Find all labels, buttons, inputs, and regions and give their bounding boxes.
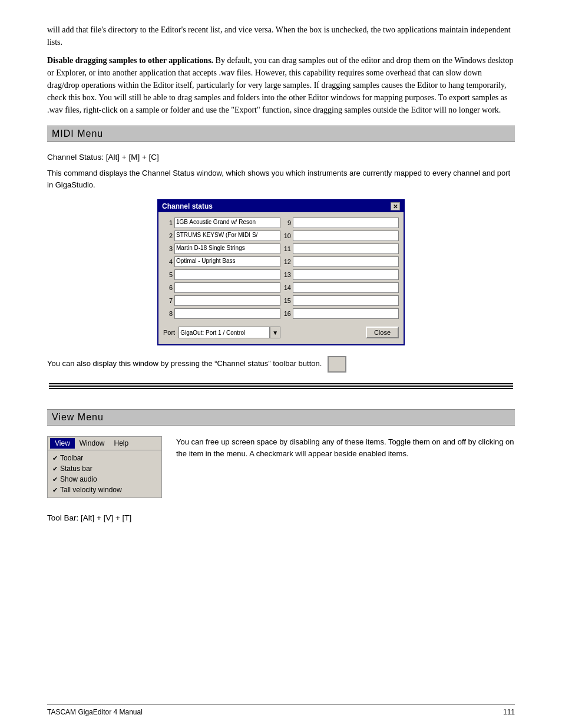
cs-field-8[interactable] <box>174 308 280 319</box>
cs-num-12: 12 <box>282 258 291 265</box>
toolbar-line-2 <box>49 386 513 387</box>
cs-field-10[interactable] <box>293 230 399 241</box>
vm-row-tallvelocity: ✔ Tall velocity window <box>48 485 161 495</box>
cs-row-14: 14 <box>282 282 399 294</box>
footer-right: 111 <box>503 708 515 716</box>
cs-field-6[interactable] <box>174 282 280 293</box>
port-dropdown-arrow[interactable]: ▼ <box>270 327 280 338</box>
view-section-header: View Menu <box>47 409 515 426</box>
cs-num-10: 10 <box>282 232 291 239</box>
cs-row-12: 12 <box>282 256 399 268</box>
vm-check-tallvelocity: ✔ <box>52 486 58 494</box>
vm-dropdown: ✔ Toolbar ✔ Status bar ✔ Show audio ✔ Ta… <box>48 450 161 498</box>
cs-titlebar: Channel status ✕ <box>158 200 404 212</box>
cs-window-close-button[interactable]: Close <box>366 327 399 338</box>
intro-para2: Disable dragging samples to other applic… <box>47 54 515 116</box>
cs-row-4: 4 Optimal - Upright Bass <box>163 256 280 268</box>
cs-row-10: 10 <box>282 230 399 242</box>
cs-num-13: 13 <box>282 271 291 278</box>
view-desc-text: You can free up screen space by disablin… <box>176 436 515 460</box>
cs-row-2: 2 STRUMS KEYSW (For MIDI S/ <box>163 230 280 242</box>
toolbar-line-1 <box>49 383 513 384</box>
view-menu-screenshot: View Window Help ✔ Toolbar ✔ Status bar … <box>47 436 162 498</box>
cs-field-5[interactable] <box>174 269 280 280</box>
vm-window-menu[interactable]: Window <box>75 438 110 449</box>
cs-row-5: 5 <box>163 269 280 281</box>
channel-status-desc: This command displays the Channel Status… <box>47 167 515 191</box>
cs-num-16: 16 <box>282 310 291 317</box>
cs-row-8: 8 <box>163 308 280 319</box>
cs-num-8: 8 <box>163 310 173 317</box>
cs-row-9: 9 <box>282 217 399 229</box>
cs-row-11: 11 <box>282 243 399 255</box>
midi-section-header: MIDI Menu <box>47 126 515 142</box>
port-select[interactable]: GigaOut: Port 1 / Control <box>178 327 270 338</box>
vm-help-menu[interactable]: Help <box>109 438 133 449</box>
vm-label-statusbar: Status bar <box>60 465 92 473</box>
intro-bold: Disable dragging samples to other applic… <box>47 56 213 65</box>
cs-num-4: 4 <box>163 258 173 265</box>
toolbar-icon-inner <box>47 381 515 391</box>
page: will add that file's directory to the Ed… <box>0 0 562 728</box>
cs-field-1[interactable]: 1GB Acoustic Grand w/ Reson <box>174 218 280 228</box>
cs-field-4[interactable]: Optimal - Upright Bass <box>174 256 280 267</box>
vm-row-statusbar: ✔ Status bar <box>48 463 161 474</box>
toolbar-line-3 <box>49 388 513 389</box>
view-description-block: You can free up screen space by disablin… <box>176 436 515 460</box>
cs-row-15: 15 <box>282 295 399 307</box>
channel-status-shortcut: Channel Status: [Alt] + [M] + [C] <box>47 153 515 162</box>
toolbar-desc: You can also display this window by pres… <box>47 356 515 373</box>
toolbar-shortcut-label: Tool Bar: <box>47 513 78 522</box>
midi-section: MIDI Menu Channel Status: [Alt] + [M] + … <box>47 126 515 391</box>
cs-close-x-button[interactable]: ✕ <box>391 202 400 210</box>
intro-section: will add that file's directory to the Ed… <box>47 24 515 116</box>
cs-field-7[interactable] <box>174 295 280 306</box>
port-label: Port <box>163 329 175 336</box>
cs-row-16: 16 <box>282 308 399 319</box>
cs-num-2: 2 <box>163 232 173 239</box>
shortcut-label-text: Channel Status: <box>47 153 104 162</box>
toolbar-desc-text: You can also display this window by pres… <box>47 360 322 368</box>
cs-grid: 1 1GB Acoustic Grand w/ Reson 2 STRUMS K… <box>163 217 399 319</box>
channel-status-window: Channel status ✕ 1 1GB Acoustic Grand w/… <box>157 199 405 345</box>
cs-num-9: 9 <box>282 219 291 226</box>
vm-label-tallvelocity: Tall velocity window <box>60 486 122 494</box>
toolbar-shortcut: Tool Bar: [Alt] + [V] + [T] <box>47 513 515 522</box>
view-content: View Window Help ✔ Toolbar ✔ Status bar … <box>47 436 515 504</box>
cs-num-15: 15 <box>282 297 291 304</box>
vm-menubar: View Window Help <box>48 437 161 450</box>
cs-field-14[interactable] <box>293 282 399 293</box>
cs-num-3: 3 <box>163 245 173 252</box>
cs-row-6: 6 <box>163 282 280 294</box>
cs-field-11[interactable] <box>293 243 399 254</box>
intro-para1: will add that file's directory to the Ed… <box>47 24 515 48</box>
vm-view-menu[interactable]: View <box>50 438 75 449</box>
cs-num-11: 11 <box>282 245 291 252</box>
cs-num-1: 1 <box>163 219 173 226</box>
page-footer: TASCAM GigaEditor 4 Manual 111 <box>47 704 515 716</box>
cs-row-3: 3 Martin D-18 Single Strings <box>163 243 280 255</box>
cs-field-13[interactable] <box>293 269 399 280</box>
cs-right-col: 9 10 11 12 <box>282 217 399 319</box>
cs-field-2[interactable]: STRUMS KEYSW (For MIDI S/ <box>174 230 280 241</box>
cs-row-1: 1 1GB Acoustic Grand w/ Reson <box>163 217 280 229</box>
cs-row-7: 7 <box>163 295 280 307</box>
cs-body: 1 1GB Acoustic Grand w/ Reson 2 STRUMS K… <box>158 212 404 344</box>
vm-label-showaudio: Show audio <box>60 475 97 483</box>
toolbar-shortcut-keys: [Alt] + [V] + [T] <box>78 513 131 522</box>
vm-row-showaudio: ✔ Show audio <box>48 474 161 485</box>
view-section: View Menu View Window Help ✔ Toolbar ✔ S… <box>47 409 515 522</box>
cs-field-9[interactable] <box>293 218 399 228</box>
cs-title-text: Channel status <box>162 202 213 210</box>
footer-left: TASCAM GigaEditor 4 Manual <box>47 708 143 716</box>
vm-check-toolbar: ✔ <box>52 454 58 462</box>
cs-field-16[interactable] <box>293 308 399 319</box>
cs-field-3[interactable]: Martin D-18 Single Strings <box>174 243 280 254</box>
cs-field-15[interactable] <box>293 295 399 306</box>
vm-label-toolbar: Toolbar <box>60 454 83 462</box>
vm-row-toolbar: ✔ Toolbar <box>48 453 161 463</box>
cs-field-12[interactable] <box>293 256 399 267</box>
shortcut-keys: [Alt] + [M] + [C] <box>104 153 159 162</box>
cs-num-6: 6 <box>163 284 173 291</box>
cs-footer: Port GigaOut: Port 1 / Control ▼ Close <box>163 324 399 340</box>
